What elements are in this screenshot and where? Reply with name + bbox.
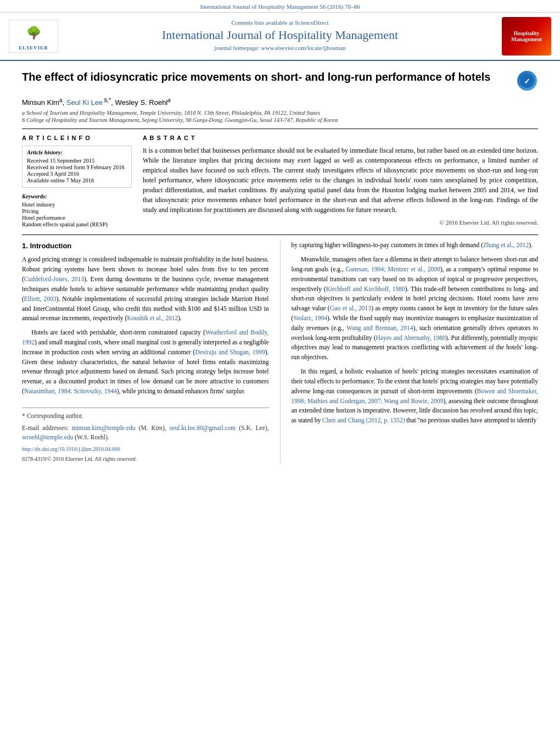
footer-emails: E-mail addresses: minsun.kim@temple.edu …	[22, 423, 269, 443]
journal-header: 🌳 ELSEVIER Contents lists available at S…	[0, 13, 560, 61]
journal-citation: International Journal of Hospitality Man…	[200, 3, 360, 10]
abstract-text: It is a common belief that businesses pe…	[143, 146, 538, 215]
top-bar: International Journal of Hospitality Man…	[0, 0, 560, 13]
email-wroehl[interactable]: wroehl@temple.edu	[22, 434, 73, 440]
keyword-1: Hotel industry	[22, 202, 132, 208]
elsevier-name: ELSEVIER	[19, 45, 48, 51]
article-title: The effect of idiosyncratic price moveme…	[22, 70, 507, 84]
received-date: Received 15 September 2015	[27, 158, 127, 164]
author-minsun: Minsun Kim	[22, 98, 59, 107]
keywords-label: Keywords:	[22, 193, 132, 199]
author-seulki[interactable]: Seul Ki Lee	[66, 98, 103, 107]
intro-p1: A good pricing strategy is considered in…	[22, 255, 269, 323]
footer-corresponding: * Corresponding author.	[22, 411, 269, 421]
history-label: Article history:	[27, 149, 127, 155]
two-column-body: 1. Introduction A good pricing strategy …	[22, 241, 538, 463]
sciencedirect-link[interactable]: ScienceDirect	[295, 19, 329, 26]
article-history-box: Article history: Received 15 September 2…	[22, 146, 132, 188]
intro-p5: In this regard, a holistic evaluation of…	[292, 367, 539, 426]
contents-line: Contents lists available at ScienceDirec…	[67, 19, 493, 26]
ref-ganesan[interactable]: Ganesan, 1994; Mentzer et al., 2000	[346, 266, 440, 272]
footer-section: * Corresponding author. E-mail addresses…	[22, 408, 269, 463]
divider-1	[22, 129, 538, 129]
article-body: A R T I C L E I N F O Article history: R…	[22, 135, 538, 228]
keyword-4: Random effects spatial panel (RESP)	[22, 221, 132, 227]
affiliation-a: a School of Tourism and Hospitality Mana…	[22, 110, 538, 116]
journal-center: Contents lists available at ScienceDirec…	[67, 19, 493, 53]
divider-2	[22, 235, 538, 235]
journal-title: International Journal of Hospitality Man…	[67, 28, 493, 42]
ref-stolarz[interactable]: Stolarz, 1994	[293, 315, 327, 321]
accepted-date: Accepted 3 April 2016	[27, 171, 127, 177]
ref-bowen[interactable]: Bowen and Shoemaker, 1998; Mathies and G…	[292, 388, 538, 404]
homepage-line: journal homepage: www.elsevier.com/locat…	[67, 44, 493, 51]
email-minsun[interactable]: minsun.kim@temple.edu	[72, 425, 136, 431]
keyword-2: Pricing	[22, 208, 132, 214]
elsevier-logo: 🌳 ELSEVIER	[9, 20, 58, 53]
ref-hayes[interactable]: Hayes and Abernathy, 1980	[376, 334, 445, 341]
ref-narasimhan[interactable]: Narasimhan, 1984; Scitovszky, 1944	[24, 388, 117, 394]
ref-kirchhoff[interactable]: Kirchhoff and Kirchhoff, 1980	[326, 286, 405, 292]
article-info: A R T I C L E I N F O Article history: R…	[22, 135, 132, 228]
tree-icon: 🌳	[26, 26, 41, 40]
keyword-3: Hotel performance	[22, 215, 132, 221]
hospitality-logo: Hospitality Management	[502, 17, 551, 55]
copyright: © 2016 Elsevier Ltd. All rights reserved…	[143, 219, 538, 226]
ref-zhang[interactable]: Zhang et al., 2012	[483, 242, 529, 248]
footer-doi[interactable]: http://dx.doi.org/10.1016/j.ijhm.2016.04…	[22, 445, 269, 454]
col-right: by capturing higher willingness-to-pay c…	[292, 241, 539, 463]
author-wesley: Wesley S. Roehl	[115, 98, 167, 107]
abstract-section: A B S T R A C T It is a common belief th…	[143, 135, 538, 228]
affiliations: a School of Tourism and Hospitality Mana…	[22, 110, 538, 123]
email-seulki[interactable]: seul.ki.lee.80@gmail.com	[170, 425, 236, 431]
ref-chen-chang[interactable]: Chen and Chang (2012, p. 1352)	[322, 417, 405, 423]
ref-desiraju[interactable]: Desiraju and Shugan, 1999	[195, 349, 265, 355]
article-container: The effect of idiosyncratic price moveme…	[0, 61, 560, 472]
revised-date: Received in revised form 9 February 2016	[27, 164, 127, 170]
email-label: E-mail addresses:	[22, 425, 69, 431]
crossmark[interactable]: ✓	[516, 70, 538, 92]
authors: Minsun Kima, Seul Ki Lee b,*, Wesley S. …	[22, 97, 538, 107]
affiliation-b: b College of Hospitality and Tourism Man…	[22, 117, 538, 123]
homepage-link[interactable]: www.elsevier.com/locate/ijhosman	[261, 44, 346, 51]
intro-heading: 1. Introduction	[22, 241, 269, 252]
article-title-section: The effect of idiosyncratic price moveme…	[22, 70, 538, 92]
ref-cuddeford[interactable]: Cuddeford-Jones, 2013	[24, 276, 84, 282]
ref-guo[interactable]: Guo et al., 2013	[330, 305, 372, 311]
intro-p2: Hotels are faced with perishable, short-…	[22, 328, 269, 397]
col-left: 1. Introduction A good pricing strategy …	[22, 241, 269, 463]
col-divider	[280, 241, 281, 463]
intro-p3: by capturing higher willingness-to-pay c…	[292, 241, 539, 250]
crossmark-icon: ✓	[517, 71, 537, 91]
article-info-title: A R T I C L E I N F O	[22, 135, 132, 141]
abstract-title: A B S T R A C T	[143, 135, 538, 141]
ref-koushik[interactable]: Koushik et al., 2012	[127, 315, 178, 321]
footer-issn: 0278-4319/© 2016 Elsevier Ltd. All right…	[22, 455, 269, 464]
ref-weatherford[interactable]: Weatherford and Bodily, 1992	[22, 329, 269, 345]
ref-elliott[interactable]: Elliott, 2003	[24, 295, 57, 302]
intro-p4: Meanwhile, managers often face a dilemma…	[292, 255, 539, 362]
keywords-box: Keywords: Hotel industry Pricing Hotel p…	[22, 193, 132, 227]
ref-wang-brennan[interactable]: Wang and Brennan, 2014	[346, 325, 413, 331]
svg-text:✓: ✓	[524, 77, 530, 86]
available-date: Available online 7 May 2016	[27, 177, 127, 183]
